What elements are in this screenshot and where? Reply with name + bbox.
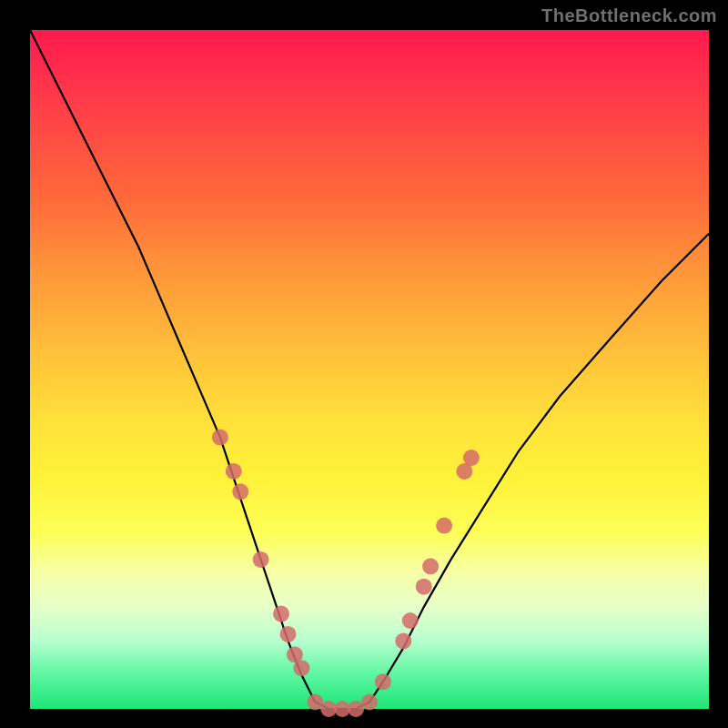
curve-marker bbox=[463, 450, 480, 466]
curve-marker bbox=[402, 612, 419, 629]
chart-frame: TheBottleneck.com bbox=[0, 0, 728, 728]
curve-marker bbox=[361, 694, 378, 711]
curve-marker bbox=[253, 551, 269, 568]
curve-marker bbox=[293, 660, 309, 676]
curve-marker bbox=[395, 632, 411, 649]
curve-marker bbox=[280, 626, 297, 642]
curve-marker bbox=[436, 518, 452, 534]
curve-marker bbox=[212, 430, 228, 446]
curve-markers bbox=[212, 430, 480, 717]
plot-area bbox=[30, 30, 709, 709]
curve-marker bbox=[232, 483, 248, 500]
curve-marker bbox=[416, 579, 432, 595]
curve-marker bbox=[273, 606, 289, 622]
bottleneck-curve bbox=[30, 30, 709, 709]
curve-marker bbox=[422, 558, 439, 574]
watermark-text: TheBottleneck.com bbox=[541, 5, 717, 26]
chart-svg bbox=[30, 30, 709, 709]
curve-marker bbox=[226, 463, 242, 480]
curve-marker bbox=[375, 673, 391, 690]
